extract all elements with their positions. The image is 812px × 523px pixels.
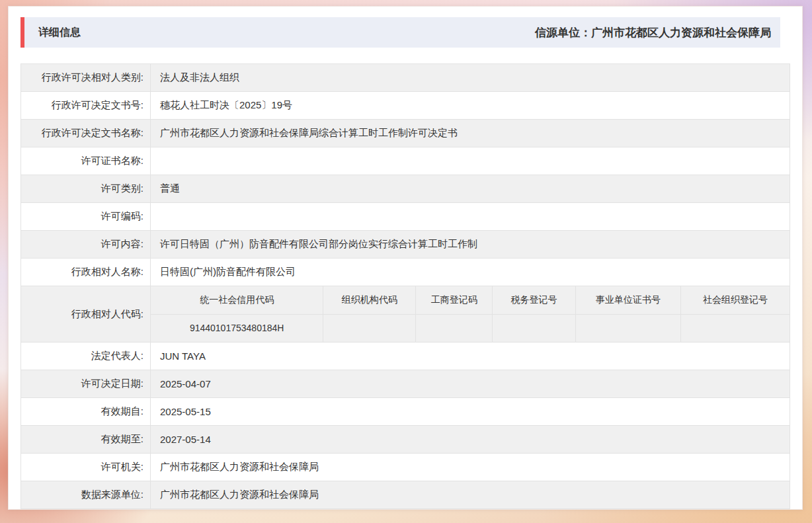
field-value: 穗花人社工时决〔2025〕19号 [151,92,790,120]
field-label: 行政许可决相对人类别: [21,64,151,92]
field-label: 许可编码: [21,203,151,231]
source-unit: 信源单位：广州市花都区人力资源和社会保障局 [535,25,780,40]
table-row: 有效期至: 2027-05-14 [21,426,790,454]
field-label: 法定代表人: [21,342,151,370]
codes-value [416,314,493,342]
field-value: 2025-04-07 [151,370,790,398]
field-value [151,147,790,175]
table-row: 有效期自: 2025-05-15 [21,398,790,426]
field-label: 许可机关: [21,454,151,481]
codes-header: 事业单位证书号 [575,286,680,314]
field-label: 行政许可决定文书号: [21,92,151,120]
detail-card: 详细信息 信源单位：广州市花都区人力资源和社会保障局 行政许可决相对人类别: 法… [8,6,803,510]
accent-bar [20,17,24,48]
table-row: 法定代表人: JUN TAYA [21,342,790,370]
codes-value-row: 91440101753480184H [151,314,790,342]
field-label: 行政许可决定文书名称: [21,120,151,147]
codes-value [575,314,680,342]
codes-header: 社会组织登记号 [681,286,790,314]
field-value: 法人及非法人组织 [151,64,790,92]
field-value: 广州市花都区人力资源和社会保障局综合计算工时工作制许可决定书 [151,120,790,147]
page-title: 详细信息 [38,26,81,40]
field-label: 有效期自: [21,398,151,426]
table-row: 许可编码: [21,203,790,231]
field-label: 许可内容: [21,231,151,259]
table-row: 行政许可决相对人类别: 法人及非法人组织 [21,64,790,92]
codes-cell: 统一社会信用代码 组织机构代码 工商登记码 税务登记号 事业单位证书号 社会组织… [151,286,790,342]
field-label: 许可类别: [21,175,151,203]
codes-header: 税务登记号 [493,286,576,314]
codes-value [323,314,416,342]
codes-header: 组织机构代码 [323,286,416,314]
field-value: JUN TAYA [151,342,790,370]
field-value: 普通 [151,175,790,203]
field-label: 行政相对人名称: [21,259,151,286]
field-value [151,203,790,231]
field-value: 许可日特固（广州）防音配件有限公司部分岗位实行综合计算工时工作制 [151,231,790,259]
field-value: 广州市花都区人力资源和社会保障局 [151,454,790,481]
field-label: 行政相对人代码: [21,286,151,342]
codes-value [681,314,790,342]
codes-value [493,314,576,342]
field-label: 有效期至: [21,426,151,454]
field-label: 数据来源单位: [21,481,151,509]
table-row: 数据来源单位: 广州市花都区人力资源和社会保障局 [21,481,790,509]
codes-header: 工商登记码 [416,286,493,314]
field-value: 2025-05-15 [151,398,790,426]
codes-header-row: 统一社会信用代码 组织机构代码 工商登记码 税务登记号 事业单位证书号 社会组织… [151,286,790,314]
field-value: 日特固(广州)防音配件有限公司 [151,259,790,286]
table-row: 许可机关: 广州市花都区人力资源和社会保障局 [21,454,790,481]
table-row: 许可类别: 普通 [21,175,790,203]
table-row: 行政相对人名称: 日特固(广州)防音配件有限公司 [21,259,790,286]
table-row: 许可决定日期: 2025-04-07 [21,370,790,398]
codes-header: 统一社会信用代码 [151,286,323,314]
section-header: 详细信息 信源单位：广州市花都区人力资源和社会保障局 [20,17,780,48]
field-value: 2027-05-14 [151,426,790,454]
codes-value: 91440101753480184H [151,314,323,342]
table-row: 许可内容: 许可日特固（广州）防音配件有限公司部分岗位实行综合计算工时工作制 [21,231,790,259]
codes-table: 统一社会信用代码 组织机构代码 工商登记码 税务登记号 事业单位证书号 社会组织… [151,286,790,342]
field-label: 许可证书名称: [21,147,151,175]
detail-table: 行政许可决相对人类别: 法人及非法人组织 行政许可决定文书号: 穗花人社工时决〔… [20,63,790,509]
table-row-codes: 行政相对人代码: 统一社会信用代码 组织机构代码 工商登记码 税务登记号 事业单… [21,286,790,342]
field-label: 许可决定日期: [21,370,151,398]
table-row: 行政许可决定文书号: 穗花人社工时决〔2025〕19号 [21,92,790,120]
table-row: 许可证书名称: [21,147,790,175]
field-value: 广州市花都区人力资源和社会保障局 [151,481,790,509]
table-row: 行政许可决定文书名称: 广州市花都区人力资源和社会保障局综合计算工时工作制许可决… [21,120,790,147]
